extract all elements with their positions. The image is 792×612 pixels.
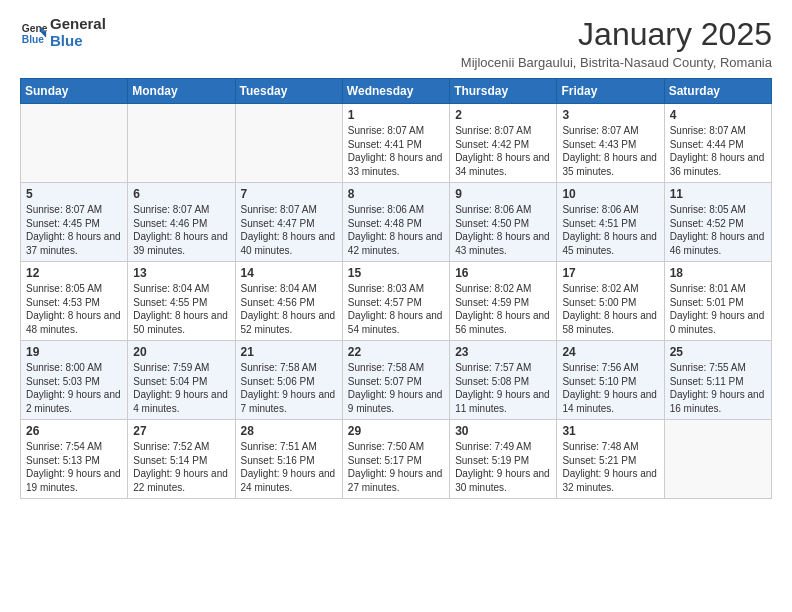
day-number: 11 bbox=[670, 187, 766, 201]
calendar-week-row: 19Sunrise: 8:00 AM Sunset: 5:03 PM Dayli… bbox=[21, 341, 772, 420]
calendar-cell: 23Sunrise: 7:57 AM Sunset: 5:08 PM Dayli… bbox=[450, 341, 557, 420]
day-info: Sunrise: 8:07 AM Sunset: 4:43 PM Dayligh… bbox=[562, 124, 658, 178]
calendar-cell bbox=[235, 104, 342, 183]
day-info: Sunrise: 8:04 AM Sunset: 4:56 PM Dayligh… bbox=[241, 282, 337, 336]
calendar-cell: 7Sunrise: 8:07 AM Sunset: 4:47 PM Daylig… bbox=[235, 183, 342, 262]
calendar-header-row: SundayMondayTuesdayWednesdayThursdayFrid… bbox=[21, 79, 772, 104]
calendar-cell: 21Sunrise: 7:58 AM Sunset: 5:06 PM Dayli… bbox=[235, 341, 342, 420]
calendar-cell: 27Sunrise: 7:52 AM Sunset: 5:14 PM Dayli… bbox=[128, 420, 235, 499]
calendar-cell: 18Sunrise: 8:01 AM Sunset: 5:01 PM Dayli… bbox=[664, 262, 771, 341]
calendar-cell: 14Sunrise: 8:04 AM Sunset: 4:56 PM Dayli… bbox=[235, 262, 342, 341]
calendar-week-row: 1Sunrise: 8:07 AM Sunset: 4:41 PM Daylig… bbox=[21, 104, 772, 183]
calendar-cell: 12Sunrise: 8:05 AM Sunset: 4:53 PM Dayli… bbox=[21, 262, 128, 341]
day-info: Sunrise: 8:07 AM Sunset: 4:46 PM Dayligh… bbox=[133, 203, 229, 257]
day-number: 8 bbox=[348, 187, 444, 201]
day-info: Sunrise: 8:07 AM Sunset: 4:41 PM Dayligh… bbox=[348, 124, 444, 178]
day-number: 5 bbox=[26, 187, 122, 201]
day-info: Sunrise: 8:02 AM Sunset: 5:00 PM Dayligh… bbox=[562, 282, 658, 336]
day-info: Sunrise: 7:55 AM Sunset: 5:11 PM Dayligh… bbox=[670, 361, 766, 415]
calendar-cell: 16Sunrise: 8:02 AM Sunset: 4:59 PM Dayli… bbox=[450, 262, 557, 341]
day-info: Sunrise: 8:03 AM Sunset: 4:57 PM Dayligh… bbox=[348, 282, 444, 336]
day-number: 24 bbox=[562, 345, 658, 359]
calendar-day-header: Wednesday bbox=[342, 79, 449, 104]
logo-general: General bbox=[50, 16, 106, 33]
day-info: Sunrise: 8:07 AM Sunset: 4:44 PM Dayligh… bbox=[670, 124, 766, 178]
day-number: 21 bbox=[241, 345, 337, 359]
calendar-cell bbox=[21, 104, 128, 183]
day-number: 14 bbox=[241, 266, 337, 280]
day-info: Sunrise: 8:07 AM Sunset: 4:47 PM Dayligh… bbox=[241, 203, 337, 257]
calendar-cell: 2Sunrise: 8:07 AM Sunset: 4:42 PM Daylig… bbox=[450, 104, 557, 183]
day-number: 10 bbox=[562, 187, 658, 201]
day-number: 22 bbox=[348, 345, 444, 359]
day-number: 7 bbox=[241, 187, 337, 201]
calendar-cell: 11Sunrise: 8:05 AM Sunset: 4:52 PM Dayli… bbox=[664, 183, 771, 262]
day-number: 15 bbox=[348, 266, 444, 280]
day-number: 3 bbox=[562, 108, 658, 122]
calendar-cell: 31Sunrise: 7:48 AM Sunset: 5:21 PM Dayli… bbox=[557, 420, 664, 499]
day-number: 13 bbox=[133, 266, 229, 280]
day-number: 12 bbox=[26, 266, 122, 280]
day-number: 31 bbox=[562, 424, 658, 438]
calendar-cell: 3Sunrise: 8:07 AM Sunset: 4:43 PM Daylig… bbox=[557, 104, 664, 183]
day-info: Sunrise: 7:56 AM Sunset: 5:10 PM Dayligh… bbox=[562, 361, 658, 415]
day-info: Sunrise: 7:52 AM Sunset: 5:14 PM Dayligh… bbox=[133, 440, 229, 494]
calendar-cell: 9Sunrise: 8:06 AM Sunset: 4:50 PM Daylig… bbox=[450, 183, 557, 262]
calendar-cell: 1Sunrise: 8:07 AM Sunset: 4:41 PM Daylig… bbox=[342, 104, 449, 183]
calendar-week-row: 5Sunrise: 8:07 AM Sunset: 4:45 PM Daylig… bbox=[21, 183, 772, 262]
calendar-day-header: Thursday bbox=[450, 79, 557, 104]
day-info: Sunrise: 7:54 AM Sunset: 5:13 PM Dayligh… bbox=[26, 440, 122, 494]
day-number: 27 bbox=[133, 424, 229, 438]
calendar-table: SundayMondayTuesdayWednesdayThursdayFrid… bbox=[20, 78, 772, 499]
title-block: January 2025 Mijlocenii Bargaului, Bistr… bbox=[461, 16, 772, 70]
calendar-day-header: Monday bbox=[128, 79, 235, 104]
calendar-cell: 4Sunrise: 8:07 AM Sunset: 4:44 PM Daylig… bbox=[664, 104, 771, 183]
day-info: Sunrise: 8:05 AM Sunset: 4:52 PM Dayligh… bbox=[670, 203, 766, 257]
location-subtitle: Mijlocenii Bargaului, Bistrita-Nasaud Co… bbox=[461, 55, 772, 70]
day-info: Sunrise: 8:00 AM Sunset: 5:03 PM Dayligh… bbox=[26, 361, 122, 415]
calendar-cell: 5Sunrise: 8:07 AM Sunset: 4:45 PM Daylig… bbox=[21, 183, 128, 262]
calendar-cell: 6Sunrise: 8:07 AM Sunset: 4:46 PM Daylig… bbox=[128, 183, 235, 262]
day-number: 18 bbox=[670, 266, 766, 280]
day-info: Sunrise: 8:06 AM Sunset: 4:51 PM Dayligh… bbox=[562, 203, 658, 257]
calendar-week-row: 26Sunrise: 7:54 AM Sunset: 5:13 PM Dayli… bbox=[21, 420, 772, 499]
day-info: Sunrise: 7:49 AM Sunset: 5:19 PM Dayligh… bbox=[455, 440, 551, 494]
calendar-day-header: Saturday bbox=[664, 79, 771, 104]
calendar-cell: 17Sunrise: 8:02 AM Sunset: 5:00 PM Dayli… bbox=[557, 262, 664, 341]
logo-text: GeneralBlue bbox=[50, 16, 106, 49]
day-info: Sunrise: 8:07 AM Sunset: 4:42 PM Dayligh… bbox=[455, 124, 551, 178]
calendar-body: 1Sunrise: 8:07 AM Sunset: 4:41 PM Daylig… bbox=[21, 104, 772, 499]
day-info: Sunrise: 7:48 AM Sunset: 5:21 PM Dayligh… bbox=[562, 440, 658, 494]
day-info: Sunrise: 8:06 AM Sunset: 4:48 PM Dayligh… bbox=[348, 203, 444, 257]
calendar-cell: 13Sunrise: 8:04 AM Sunset: 4:55 PM Dayli… bbox=[128, 262, 235, 341]
calendar-cell: 25Sunrise: 7:55 AM Sunset: 5:11 PM Dayli… bbox=[664, 341, 771, 420]
day-info: Sunrise: 7:58 AM Sunset: 5:06 PM Dayligh… bbox=[241, 361, 337, 415]
calendar-day-header: Friday bbox=[557, 79, 664, 104]
day-number: 23 bbox=[455, 345, 551, 359]
calendar-cell: 10Sunrise: 8:06 AM Sunset: 4:51 PM Dayli… bbox=[557, 183, 664, 262]
day-number: 30 bbox=[455, 424, 551, 438]
calendar-cell: 30Sunrise: 7:49 AM Sunset: 5:19 PM Dayli… bbox=[450, 420, 557, 499]
day-info: Sunrise: 8:06 AM Sunset: 4:50 PM Dayligh… bbox=[455, 203, 551, 257]
calendar-cell: 20Sunrise: 7:59 AM Sunset: 5:04 PM Dayli… bbox=[128, 341, 235, 420]
day-number: 4 bbox=[670, 108, 766, 122]
day-number: 26 bbox=[26, 424, 122, 438]
calendar-cell: 29Sunrise: 7:50 AM Sunset: 5:17 PM Dayli… bbox=[342, 420, 449, 499]
day-number: 19 bbox=[26, 345, 122, 359]
day-info: Sunrise: 7:58 AM Sunset: 5:07 PM Dayligh… bbox=[348, 361, 444, 415]
day-number: 17 bbox=[562, 266, 658, 280]
day-number: 6 bbox=[133, 187, 229, 201]
day-number: 29 bbox=[348, 424, 444, 438]
calendar-cell: 19Sunrise: 8:00 AM Sunset: 5:03 PM Dayli… bbox=[21, 341, 128, 420]
day-info: Sunrise: 8:05 AM Sunset: 4:53 PM Dayligh… bbox=[26, 282, 122, 336]
day-number: 2 bbox=[455, 108, 551, 122]
day-number: 20 bbox=[133, 345, 229, 359]
logo: General Blue GeneralBlue bbox=[20, 16, 106, 49]
svg-text:Blue: Blue bbox=[22, 34, 45, 45]
day-number: 1 bbox=[348, 108, 444, 122]
day-number: 25 bbox=[670, 345, 766, 359]
logo-icon: General Blue bbox=[20, 19, 48, 47]
day-info: Sunrise: 8:02 AM Sunset: 4:59 PM Dayligh… bbox=[455, 282, 551, 336]
day-info: Sunrise: 7:50 AM Sunset: 5:17 PM Dayligh… bbox=[348, 440, 444, 494]
page-header: General Blue GeneralBlue January 2025 Mi… bbox=[20, 16, 772, 70]
